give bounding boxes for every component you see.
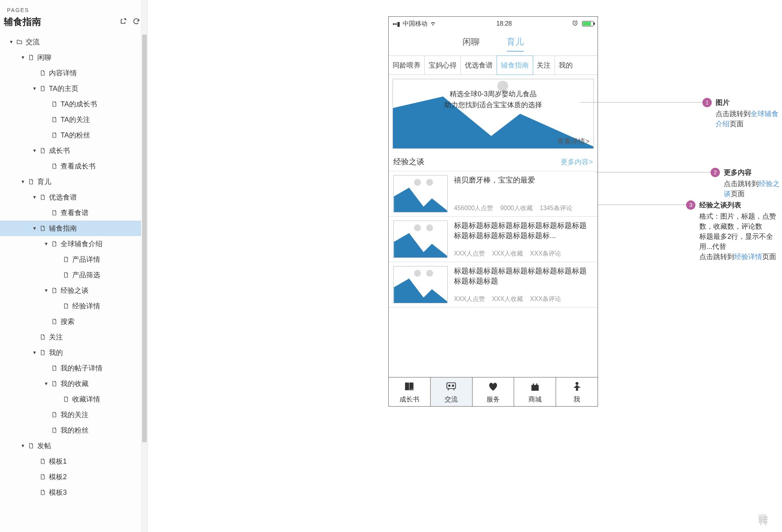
banner[interactable]: 精选全球0-3周岁婴幼儿食品 助力您找到适合宝宝体质的选择 查看详情> bbox=[393, 79, 594, 149]
bottom-nav-item[interactable]: 交流 bbox=[431, 377, 473, 406]
sub-tab[interactable]: 同龄喂养 bbox=[389, 56, 425, 75]
chevron-icon[interactable]: ▼ bbox=[32, 148, 37, 153]
chevron-icon[interactable]: ▼ bbox=[20, 179, 26, 184]
tree-node[interactable]: ▼交流 bbox=[0, 34, 147, 50]
tree-node[interactable]: 查看成长书 bbox=[0, 158, 147, 174]
list-item[interactable]: 标题标题标题标题标题标题标题标题标题标题标题标题标题标题标题标...XXX人点赞… bbox=[389, 217, 598, 262]
tree-label: 经验之谈 bbox=[61, 286, 89, 295]
tree-node[interactable]: 经验详情 bbox=[0, 298, 147, 314]
tree-label: 我的帖子详情 bbox=[61, 363, 103, 373]
tree-node[interactable]: 我的关注 bbox=[0, 407, 147, 422]
tree-node[interactable]: 我的帖子详情 bbox=[0, 360, 147, 376]
section-title: 经验之谈 bbox=[393, 156, 424, 167]
signal-icon: ▪▪▮ bbox=[393, 20, 400, 28]
tree-node[interactable]: 关注 bbox=[0, 329, 147, 345]
tree-label: 搜索 bbox=[61, 317, 75, 326]
export-icon[interactable] bbox=[119, 17, 127, 26]
sub-tab[interactable]: 我的 bbox=[555, 56, 577, 75]
chevron-icon[interactable]: ▼ bbox=[20, 443, 26, 449]
tree-node[interactable]: ▼优选食谱 bbox=[0, 190, 147, 205]
chevron-icon[interactable]: ▼ bbox=[20, 55, 26, 60]
tree-node[interactable]: ▼我的收藏 bbox=[0, 376, 147, 391]
chevron-icon[interactable]: ▼ bbox=[43, 241, 49, 247]
phone-mockup: ▪▪▮ 中国移动 18:28 闲聊育儿 同龄喂养宝妈心得优选食谱辅食指南关注我的 bbox=[388, 16, 598, 407]
tree-node[interactable]: ▼全球辅食介绍 bbox=[0, 236, 147, 252]
banner-detail-link[interactable]: 查看详情> bbox=[557, 137, 589, 146]
nav-label: 交流 bbox=[445, 395, 458, 404]
tree-node[interactable]: 模板3 bbox=[0, 485, 147, 500]
scrollbar-vertical[interactable] bbox=[141, 0, 147, 532]
tree-label: 查看成长书 bbox=[61, 162, 96, 171]
top-tabs: 闲聊育儿 bbox=[389, 31, 598, 56]
sub-tab[interactable]: 优选食谱 bbox=[461, 56, 497, 75]
tree-node[interactable]: ▼我的 bbox=[0, 345, 147, 360]
annotation-title: 经验之谈列表 bbox=[699, 200, 782, 210]
annotation-badge: 2 bbox=[711, 168, 720, 177]
chevron-icon[interactable]: ▼ bbox=[43, 288, 49, 293]
tree-label: 我的 bbox=[49, 348, 63, 357]
chevron-icon[interactable]: ▼ bbox=[43, 381, 49, 386]
top-tab[interactable]: 闲聊 bbox=[462, 36, 480, 52]
clock-label: 18:28 bbox=[496, 20, 512, 27]
tree-label: 交流 bbox=[26, 37, 40, 47]
item-title: 标题标题标题标题标题标题标题标题标题标题标题标题 bbox=[454, 266, 593, 286]
annotation-badge: 1 bbox=[702, 98, 712, 107]
svg-point-9 bbox=[414, 270, 421, 277]
list-item[interactable]: 禧贝磨牙棒，宝宝的最爱456000人点赞9000人收藏1345条评论 bbox=[389, 171, 598, 217]
nav-label: 服务 bbox=[487, 395, 500, 404]
tree-node[interactable]: ▼成长书 bbox=[0, 143, 147, 158]
tree-node[interactable]: ▼发帖 bbox=[0, 438, 147, 454]
tree-node[interactable]: ▼闲聊 bbox=[0, 50, 147, 65]
tree-node[interactable]: 产品详情 bbox=[0, 252, 147, 267]
wifi-icon bbox=[430, 20, 436, 27]
tree-label: 成长书 bbox=[49, 146, 70, 155]
tree-node[interactable]: 产品筛选 bbox=[0, 267, 147, 283]
tree-node[interactable]: ▼经验之谈 bbox=[0, 283, 147, 298]
sub-tab[interactable]: 宝妈心得 bbox=[425, 56, 461, 75]
scrollbar-thumb[interactable] bbox=[142, 35, 147, 442]
annotation-desc: 点击跳转到全球辅食介绍页面 bbox=[716, 109, 782, 129]
thumbnail bbox=[393, 221, 448, 258]
tree-label: TA的粉丝 bbox=[61, 130, 90, 140]
alarm-icon bbox=[572, 20, 578, 28]
chevron-icon[interactable]: ▼ bbox=[32, 226, 37, 231]
tree-node[interactable]: 内容详情 bbox=[0, 65, 147, 81]
item-meta: XXX人点赞XXX人收藏XXX条评论 bbox=[454, 295, 593, 303]
annotation-title: 图片 bbox=[716, 98, 782, 107]
tree-node[interactable]: ▼TA的主页 bbox=[0, 81, 147, 96]
list-item[interactable]: 标题标题标题标题标题标题标题标题标题标题标题标题XXX人点赞XXX人收藏XXX条… bbox=[389, 262, 598, 308]
item-title: 禧贝磨牙棒，宝宝的最爱 bbox=[454, 175, 593, 185]
chevron-icon[interactable]: ▼ bbox=[9, 39, 14, 45]
refresh-icon[interactable] bbox=[132, 17, 140, 26]
tree-label: 闲聊 bbox=[37, 53, 51, 62]
tree-node[interactable]: 收藏详情 bbox=[0, 391, 147, 407]
tree-node[interactable]: TA的关注 bbox=[0, 112, 147, 127]
svg-point-7 bbox=[426, 224, 433, 231]
thumbnail bbox=[393, 175, 448, 212]
chevron-icon[interactable]: ▼ bbox=[32, 350, 37, 355]
item-meta: XXX人点赞XXX人收藏XXX条评论 bbox=[454, 250, 593, 258]
bottom-nav-item[interactable]: 服务 bbox=[473, 377, 514, 406]
top-tab[interactable]: 育儿 bbox=[507, 36, 524, 52]
chevron-icon[interactable]: ▼ bbox=[32, 86, 37, 91]
tree-node[interactable]: 模板2 bbox=[0, 469, 147, 485]
bottom-nav-item[interactable]: 成长书 bbox=[389, 377, 431, 406]
tree-node[interactable]: TA的成长书 bbox=[0, 96, 147, 112]
sub-tab[interactable]: 辅食指南 bbox=[497, 56, 533, 75]
tree-node[interactable]: 模板1 bbox=[0, 454, 147, 469]
tree-node[interactable]: 搜索 bbox=[0, 314, 147, 329]
chevron-icon[interactable]: ▼ bbox=[32, 195, 37, 200]
tree-label: 查看食谱 bbox=[61, 208, 89, 217]
pages-label: PAGES bbox=[0, 0, 147, 16]
more-link[interactable]: 更多内容> bbox=[561, 157, 593, 167]
tree-node[interactable]: 查看食谱 bbox=[0, 205, 147, 221]
bottom-nav-item[interactable]: 商城 bbox=[514, 377, 556, 406]
annotation-desc: 点击跳转到经验之谈页面 bbox=[724, 179, 782, 199]
tree-node[interactable]: ▼辅食指南 bbox=[0, 221, 147, 236]
tree-node[interactable]: TA的粉丝 bbox=[0, 127, 147, 143]
tree-node[interactable]: ▼育儿 bbox=[0, 174, 147, 190]
bottom-nav-item[interactable]: 我 bbox=[556, 377, 598, 406]
sub-tab[interactable]: 关注 bbox=[533, 56, 555, 75]
tree-node[interactable]: 我的粉丝 bbox=[0, 422, 147, 438]
thumbnail bbox=[393, 266, 448, 303]
